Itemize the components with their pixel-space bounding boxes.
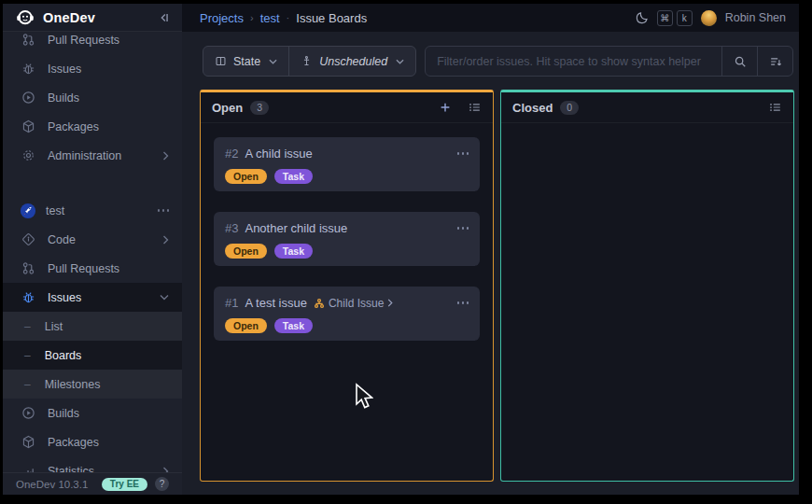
milestone-select-button[interactable]: Unscheduled xyxy=(288,47,415,76)
sidebar-footer: OneDev 10.3.1 Try EE ? xyxy=(3,472,182,495)
issue-card[interactable]: #3 Another child issue Open Task xyxy=(214,212,480,266)
try-ee-badge[interactable]: Try EE xyxy=(102,478,147,491)
state-badge: Open xyxy=(225,318,267,333)
sidebar-subitem-boards[interactable]: Boards xyxy=(3,341,182,370)
milestone-icon xyxy=(301,55,313,67)
child-issues-link[interactable]: Child Issue xyxy=(314,297,393,310)
state-badge: Open xyxy=(225,244,267,259)
state-badge: Open xyxy=(225,169,267,184)
type-badge: Task xyxy=(274,169,313,184)
sidebar-item-issues[interactable]: Issues xyxy=(3,54,182,83)
sidebar-item-pull-requests[interactable]: Pull Requests xyxy=(3,32,182,54)
help-icon[interactable]: ? xyxy=(155,477,169,491)
sidebar-item-label: Builds xyxy=(48,91,169,105)
sidebar-item-label: Pull Requests xyxy=(48,34,169,47)
pull-request-icon xyxy=(21,261,35,276)
sidebar-item-project-packages[interactable]: Packages xyxy=(3,427,182,456)
user-name[interactable]: Robin Shen xyxy=(725,11,786,24)
issue-boards: Open 3 #2 xyxy=(200,90,794,482)
code-git-icon xyxy=(21,232,35,247)
breadcrumb-project-link[interactable]: test xyxy=(260,11,280,25)
onedev-logo-icon xyxy=(16,8,35,27)
breadcrumb-separator: › xyxy=(250,12,254,23)
sidebar-item-project-issues[interactable]: Issues xyxy=(3,283,182,312)
column-count-badge: 0 xyxy=(560,101,579,115)
milestone-select-label: Unscheduled xyxy=(319,55,387,68)
shortcut-mod-key: ⌘ xyxy=(657,10,673,26)
sidebar-subitem-milestones[interactable]: Milestones xyxy=(3,370,182,399)
breadcrumb-separator: · xyxy=(287,12,290,23)
sidebar-item-label: Administration xyxy=(48,149,162,162)
issue-card[interactable]: #2 A child issue Open Task xyxy=(214,137,480,191)
card-more-icon[interactable] xyxy=(457,227,469,230)
board-select-button[interactable]: State xyxy=(203,47,288,76)
version-label: OneDev 10.3.1 xyxy=(16,479,94,490)
column-title: Open xyxy=(212,101,243,115)
order-icon[interactable] xyxy=(757,47,792,76)
issue-title: A child issue xyxy=(245,147,312,161)
issue-number: #3 xyxy=(225,221,238,235)
sidebar-item-project-test[interactable]: test xyxy=(3,196,182,225)
board-columns-icon xyxy=(215,55,227,67)
column-count-badge: 3 xyxy=(250,101,269,115)
sidebar-item-label: Issues xyxy=(48,291,160,304)
child-issues-label: Child Issue xyxy=(329,297,384,310)
play-circle-icon xyxy=(21,91,35,105)
issue-title: A test issue xyxy=(245,296,306,310)
sidebar-item-label: Packages xyxy=(48,436,169,449)
type-badge: Task xyxy=(274,318,313,333)
header-actions: ⌘ k Robin Shen xyxy=(636,4,799,32)
more-options-icon[interactable] xyxy=(158,209,170,212)
dark-mode-moon-icon[interactable] xyxy=(636,11,649,24)
sidebar-subitem-list[interactable]: List xyxy=(3,312,182,341)
sidebar-item-packages[interactable]: Packages xyxy=(3,112,182,141)
sidebar-item-statistics[interactable]: Statistics xyxy=(3,456,182,472)
issue-number: #1 xyxy=(225,296,238,310)
column-body: #2 A child issue Open Task #3 xyxy=(201,123,493,481)
filter-input-container xyxy=(425,46,793,77)
main-content: State Unscheduled xyxy=(182,32,799,495)
play-circle-icon xyxy=(21,406,35,421)
column-menu-icon[interactable] xyxy=(769,101,782,114)
bug-icon xyxy=(21,62,35,77)
pull-request-icon xyxy=(21,33,35,48)
sidebar-item-code[interactable]: Code xyxy=(3,225,182,254)
chevron-down-icon xyxy=(396,59,404,64)
add-issue-icon[interactable] xyxy=(439,101,452,114)
search-icon[interactable] xyxy=(721,47,757,76)
user-avatar[interactable] xyxy=(701,10,717,26)
card-more-icon[interactable] xyxy=(457,301,469,304)
sidebar-collapse-icon[interactable] xyxy=(158,11,171,24)
board-column-closed: Closed 0 xyxy=(500,90,794,482)
shortcut-k-key: k xyxy=(677,10,693,26)
filter-input[interactable] xyxy=(426,47,721,76)
project-rocket-avatar xyxy=(21,203,35,218)
sidebar-item-label: Builds xyxy=(48,407,169,420)
breadcrumb-current-page: Issue Boards xyxy=(296,11,367,25)
breadcrumb: Projects › test · Issue Boards xyxy=(182,4,636,32)
issue-number: #2 xyxy=(225,147,238,161)
sidebar-item-project-builds[interactable]: Builds xyxy=(3,399,182,427)
chevron-right-icon xyxy=(162,151,169,161)
sidebar-item-label: Pull Requests xyxy=(48,262,169,275)
sidebar-item-label: Issues xyxy=(48,63,169,76)
top-header: OneDev Projects › test · Issue Boards ⌘ … xyxy=(3,4,799,32)
sidebar-item-administration[interactable]: Administration xyxy=(3,141,182,170)
issue-card[interactable]: #1 A test issue Child Issue xyxy=(214,287,480,341)
chevron-down-icon xyxy=(160,294,169,301)
board-filter-button-group: State Unscheduled xyxy=(203,46,416,77)
card-more-icon[interactable] xyxy=(457,152,469,155)
breadcrumb-projects-link[interactable]: Projects xyxy=(200,11,244,25)
sidebar-item-label: Packages xyxy=(48,120,169,133)
sidebar: Pull Requests Issues Builds xyxy=(3,32,182,472)
child-issue-icon xyxy=(314,298,325,309)
sidebar-section-gap xyxy=(3,170,182,196)
package-icon xyxy=(21,119,35,134)
column-menu-icon[interactable] xyxy=(469,101,482,114)
sidebar-item-builds[interactable]: Builds xyxy=(3,83,182,112)
sidebar-item-project-pull-requests[interactable]: Pull Requests xyxy=(3,254,182,283)
column-header: Open 3 xyxy=(201,92,493,123)
bug-icon xyxy=(21,290,35,305)
project-name: test xyxy=(46,204,158,217)
package-icon xyxy=(21,435,35,450)
